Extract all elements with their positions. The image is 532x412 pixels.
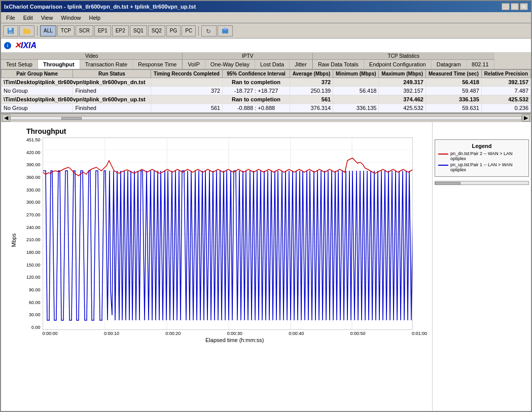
- th-minimum: Minimum (Mbps): [333, 70, 379, 78]
- toolbar: ALL TCP SCR EP1 EP2 SQ1 SQ2 PG PC ↻: [1, 23, 531, 39]
- tab-endpoint-config[interactable]: Endpoint Configuration: [364, 60, 432, 69]
- btn-ep1[interactable]: EP1: [94, 25, 111, 36]
- btn-sq2[interactable]: SQ2: [148, 25, 165, 36]
- group-min-1: 56.418: [333, 87, 379, 95]
- menu-file[interactable]: File: [3, 14, 18, 22]
- window-controls: _ □ ✕: [502, 3, 528, 10]
- group-confidence-1: -18.727 : +18.727: [223, 87, 290, 95]
- x-axis-labels: 0:00:00 0:00:10 0:00:20 0:00:30 0:00:40 …: [43, 331, 427, 336]
- cell-empty: [151, 78, 223, 87]
- horizontal-scrollbar[interactable]: ◀ ▶: [1, 114, 531, 122]
- tab-group-tcp: TCP Statistics Raw Data Totals Endpoint …: [313, 53, 494, 69]
- group-min-2: 336.135: [333, 104, 379, 113]
- btn-pc[interactable]: PC: [182, 25, 196, 36]
- menu-help[interactable]: Help: [86, 14, 103, 22]
- file-max-2: 425.532: [481, 95, 530, 104]
- table-row: \Tim\Desktop\tplink_tlr600vpn\tplink_tlr…: [2, 78, 531, 87]
- file-status-1: Ran to completion: [223, 78, 290, 87]
- table-row: \Tim\Desktop\tplink_tlr600vpn\tplink_tlr…: [2, 95, 531, 104]
- chart-section: Throughput 451.50 420.00 390.00 360.00 3…: [1, 122, 531, 411]
- logo-x: ✕: [14, 41, 21, 50]
- menu-edit[interactable]: Edit: [20, 14, 36, 22]
- btn-pg[interactable]: PG: [166, 25, 181, 36]
- close-button[interactable]: ✕: [520, 3, 528, 10]
- btn-all[interactable]: ALL: [40, 25, 56, 36]
- th-confidence: 95% Confidence Interval: [223, 70, 290, 78]
- tab-group-label-iptv: IPTV: [183, 53, 312, 60]
- folder-icon: [23, 27, 31, 35]
- legend-line-blue: [438, 165, 448, 166]
- legend-item-2: pn_up.tst:Pair 1 -- LAN > WAN optiplex: [438, 162, 525, 172]
- tab-row-tcp: Raw Data Totals Endpoint Configuration D…: [313, 60, 494, 69]
- tab-lost-data[interactable]: Lost Data: [255, 60, 290, 69]
- btn-sq1[interactable]: SQ1: [130, 25, 147, 36]
- legend-scroll[interactable]: [435, 179, 529, 187]
- svg-rect-1: [9, 28, 12, 30]
- y-axis-label: Mbps: [11, 234, 17, 247]
- legend-scroll-track[interactable]: [435, 181, 529, 185]
- file-path-1: \Tim\Desktop\tplink_tlr600vpn\tplink_tlr…: [2, 78, 151, 87]
- group-max-2: 425.532: [379, 104, 426, 113]
- th-measured-time: Measured Time (sec): [425, 70, 481, 78]
- btn-scr[interactable]: SCR: [76, 25, 93, 36]
- toolbar-separator: [37, 26, 38, 36]
- tab-datagram[interactable]: Datagram: [432, 60, 467, 69]
- tab-voip[interactable]: VoIP: [183, 60, 205, 69]
- tab-jitter[interactable]: Jitter: [290, 60, 312, 69]
- tab-raw-data[interactable]: Raw Data Totals: [313, 60, 364, 69]
- tab-one-way-delay[interactable]: One-Way Delay: [205, 60, 255, 69]
- refresh-button[interactable]: ↻: [201, 25, 217, 36]
- tab-row-iptv: VoIP One-Way Delay Lost Data Jitter: [183, 60, 312, 69]
- btn-tcp[interactable]: TCP: [57, 25, 75, 36]
- results-table-wrapper[interactable]: Pair Group Name Run Status Timing Record…: [1, 69, 531, 114]
- svg-rect-7: [224, 28, 227, 30]
- legend-label-2: pn_up.tst:Pair 1 -- LAN > WAN optiplex: [450, 162, 525, 172]
- logo-brand: IXIA: [21, 41, 37, 50]
- scroll-track[interactable]: [10, 116, 522, 120]
- chart-svg-container: 0:00:00 0:00:10 0:00:20 0:00:30 0:00:40 …: [43, 137, 427, 343]
- th-average: Average (Mbps): [290, 70, 333, 78]
- chart-container: Throughput 451.50 420.00 390.00 360.00 3…: [1, 122, 432, 411]
- btn-ep2[interactable]: EP2: [112, 25, 129, 36]
- group-name-2: No Group: [2, 104, 73, 113]
- tab-802-11[interactable]: 802.11: [467, 60, 494, 69]
- open-button[interactable]: [19, 25, 34, 36]
- x-axis-label: Elapsed time (h:mm:ss): [43, 337, 427, 343]
- info-icon: i: [4, 42, 11, 49]
- tab-test-setup[interactable]: Test Setup: [1, 60, 38, 69]
- scroll-thumb[interactable]: [61, 117, 82, 120]
- file-records-2: 561: [290, 95, 333, 104]
- chart-title: Throughput: [26, 127, 427, 135]
- group-precision-2: 0.236: [481, 104, 530, 113]
- scroll-left-button[interactable]: ◀: [2, 115, 10, 122]
- y-axis-labels: 451.50 420.00 390.00 360.00 330.00 300.0…: [26, 137, 43, 330]
- legend-label-1: pn_dn.tst:Pair 2 -- WAN > LAN optiplex: [450, 151, 525, 161]
- tab-transaction-rate[interactable]: Transaction Rate: [80, 60, 133, 69]
- file-max-1: 392.157: [481, 78, 530, 87]
- th-maximum: Maximum (Mbps): [379, 70, 426, 78]
- tab-group-video: Video Test Setup Throughput Transaction …: [1, 53, 183, 69]
- svg-rect-3: [23, 29, 30, 34]
- file-min-1: 56.418: [425, 78, 481, 87]
- maximize-button[interactable]: □: [511, 3, 519, 10]
- window-title: IxChariot Comparison - tplink_tlr600vpn_…: [4, 4, 196, 10]
- chart-svg: [43, 137, 413, 330]
- tab-response-time[interactable]: Response Time: [133, 60, 182, 69]
- save-button[interactable]: [3, 25, 18, 36]
- chart-area: 451.50 420.00 390.00 360.00 330.00 300.0…: [26, 137, 427, 343]
- export-button[interactable]: [218, 25, 233, 36]
- group-max-1: 392.157: [379, 87, 426, 95]
- minimize-button[interactable]: _: [502, 3, 510, 10]
- scroll-right-button[interactable]: ▶: [522, 115, 530, 122]
- legend-scroll-thumb[interactable]: [435, 182, 460, 185]
- tab-throughput[interactable]: Throughput: [38, 60, 80, 69]
- legend-title: Legend: [438, 143, 525, 149]
- group-confidence-2: -0.888 : +0.888: [223, 104, 290, 113]
- svg-rect-4: [23, 28, 26, 30]
- th-pair-group-name: Pair Group Name: [2, 70, 73, 78]
- menu-view[interactable]: View: [38, 14, 56, 22]
- table-row: No Group Finished 561 -0.888 : +0.888 37…: [2, 104, 531, 113]
- logo-bar: i ✕ IXIA: [1, 39, 531, 53]
- title-bar: IxChariot Comparison - tplink_tlr600vpn_…: [1, 1, 531, 12]
- menu-window[interactable]: Window: [58, 14, 84, 22]
